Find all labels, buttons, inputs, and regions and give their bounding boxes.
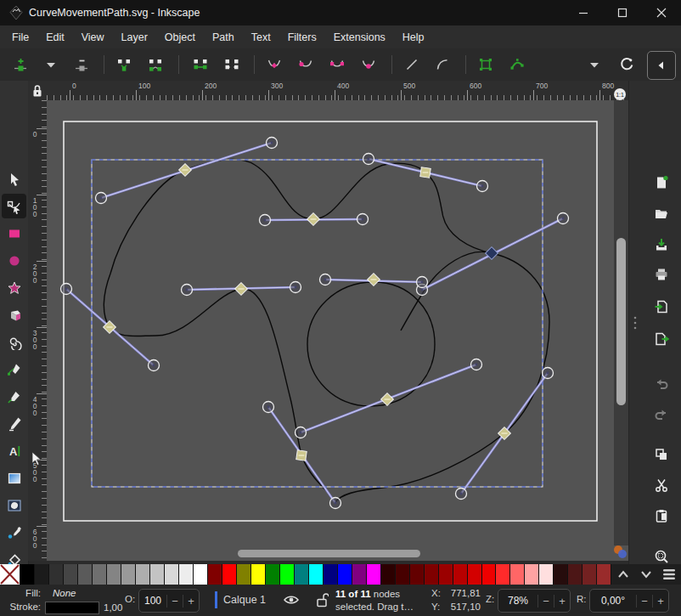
palette-scroll-down-button[interactable] xyxy=(635,564,658,585)
menu-filters[interactable]: Filters xyxy=(279,25,325,48)
color-swatch[interactable] xyxy=(64,564,78,585)
color-swatch[interactable] xyxy=(266,564,280,585)
color-swatch[interactable] xyxy=(35,564,49,585)
color-swatch[interactable] xyxy=(20,564,35,585)
fill-value[interactable]: None xyxy=(53,588,76,598)
dropper-tool[interactable] xyxy=(2,520,26,545)
spiral-tool[interactable] xyxy=(2,330,26,354)
insert-node-button[interactable] xyxy=(7,51,34,78)
layer-visibility-icon[interactable] xyxy=(283,593,300,607)
undo-button[interactable] xyxy=(646,370,677,398)
color-swatch[interactable] xyxy=(568,564,583,585)
node-corner-button[interactable] xyxy=(261,51,288,78)
color-swatch[interactable] xyxy=(367,564,381,585)
color-swatch[interactable] xyxy=(121,564,136,585)
opacity-spinbox[interactable]: 100 − + xyxy=(138,589,200,613)
vertical-scrollbar-thumb[interactable] xyxy=(616,238,626,405)
object-to-path-button[interactable] xyxy=(472,51,499,78)
stroke-width-value[interactable]: 1,00 xyxy=(104,602,122,613)
color-swatch[interactable] xyxy=(381,564,396,585)
color-swatch[interactable] xyxy=(107,564,121,585)
box3d-tool[interactable] xyxy=(2,302,26,327)
minimize-button[interactable] xyxy=(564,0,603,25)
join-with-segment-button[interactable] xyxy=(187,51,214,78)
delete-segment-button[interactable] xyxy=(218,51,245,78)
stroke-color-swatch[interactable] xyxy=(45,602,99,614)
layer-lock-icon[interactable] xyxy=(315,592,329,608)
color-swatch[interactable] xyxy=(309,564,324,585)
vertical-scrollbar[interactable] xyxy=(614,100,628,545)
opacity-value[interactable]: 100 xyxy=(139,595,166,607)
color-swatch[interactable] xyxy=(554,564,568,585)
color-swatch[interactable] xyxy=(179,564,194,585)
node-tool[interactable] xyxy=(2,194,26,218)
bezier-path[interactable] xyxy=(104,159,549,502)
collapse-panel-button[interactable] xyxy=(647,51,676,80)
rotate-90-button[interactable] xyxy=(613,51,640,78)
drawing-area[interactable] xyxy=(47,100,628,561)
horizontal-ruler[interactable]: 0100200300400500600700800 xyxy=(47,81,628,100)
pen-tool[interactable] xyxy=(2,357,26,381)
color-swatch[interactable] xyxy=(324,564,338,585)
zoom-spinbox[interactable]: 78% − + xyxy=(498,589,571,613)
vertical-ruler[interactable]: 0100200300400500600 xyxy=(28,100,47,561)
save-button[interactable] xyxy=(646,231,677,258)
maximize-button[interactable] xyxy=(603,0,642,25)
extra-dropdown[interactable] xyxy=(581,51,608,78)
menu-edit[interactable]: Edit xyxy=(37,25,73,48)
color-swatch[interactable] xyxy=(136,564,150,585)
zoom-increase-button[interactable]: + xyxy=(554,595,570,608)
stroke-to-path-button[interactable] xyxy=(504,51,531,78)
color-swatch[interactable] xyxy=(338,564,352,585)
export-button[interactable] xyxy=(646,325,677,353)
layer-name[interactable]: Calque 1 xyxy=(223,594,266,606)
opacity-increase-button[interactable]: + xyxy=(183,595,199,608)
color-swatch[interactable] xyxy=(78,564,93,585)
canvas[interactable]: 1:1 xyxy=(47,100,628,561)
palette-menu-button[interactable] xyxy=(658,564,681,585)
color-swatch[interactable] xyxy=(295,564,309,585)
swatch-none[interactable] xyxy=(0,564,20,585)
color-swatch[interactable] xyxy=(150,564,165,585)
open-document-button[interactable] xyxy=(646,200,677,227)
ellipse-tool[interactable] xyxy=(2,248,26,273)
menu-file[interactable]: File xyxy=(3,25,37,48)
node-smooth-button[interactable] xyxy=(292,51,319,78)
color-swatch[interactable] xyxy=(510,564,525,585)
rotation-value[interactable]: 0,00° xyxy=(590,595,636,607)
calligraphy-tool[interactable] xyxy=(2,411,26,436)
color-swatch[interactable] xyxy=(453,564,468,585)
color-managed-corner-icon[interactable] xyxy=(612,543,628,560)
mesh-tool[interactable] xyxy=(2,493,26,517)
rotation-decrease-button[interactable]: − xyxy=(636,595,652,608)
menu-layer[interactable]: Layer xyxy=(113,25,156,48)
node-auto-button[interactable] xyxy=(355,51,382,78)
color-swatch[interactable] xyxy=(237,564,251,585)
color-swatch[interactable] xyxy=(208,564,222,585)
color-swatch[interactable] xyxy=(410,564,425,585)
color-swatch[interactable] xyxy=(496,564,510,585)
cut-button[interactable] xyxy=(646,472,677,499)
pencil-tool[interactable] xyxy=(2,384,26,409)
close-button[interactable] xyxy=(642,0,681,25)
color-swatch[interactable] xyxy=(280,564,295,585)
color-swatch[interactable] xyxy=(482,564,497,585)
color-swatch[interactable] xyxy=(49,564,64,585)
zoom-value[interactable]: 78% xyxy=(498,595,537,607)
color-swatch[interactable] xyxy=(439,564,453,585)
color-swatch[interactable] xyxy=(583,564,597,585)
horizontal-scrollbar[interactable] xyxy=(47,545,614,561)
delete-node-button[interactable] xyxy=(68,51,95,78)
node-symmetric-button[interactable] xyxy=(324,51,351,78)
insert-node-dropdown[interactable] xyxy=(37,51,65,78)
color-swatch[interactable] xyxy=(425,564,439,585)
selector-tool[interactable] xyxy=(2,167,26,191)
color-swatch[interactable] xyxy=(251,564,266,585)
opacity-decrease-button[interactable]: − xyxy=(166,595,183,608)
lock-icon[interactable] xyxy=(31,84,43,98)
bezier-path[interactable] xyxy=(401,251,492,331)
rotation-spinbox[interactable]: 0,00° − + xyxy=(589,589,669,613)
color-swatch[interactable] xyxy=(525,564,539,585)
color-swatch[interactable] xyxy=(539,564,554,585)
color-swatch[interactable] xyxy=(222,564,237,585)
